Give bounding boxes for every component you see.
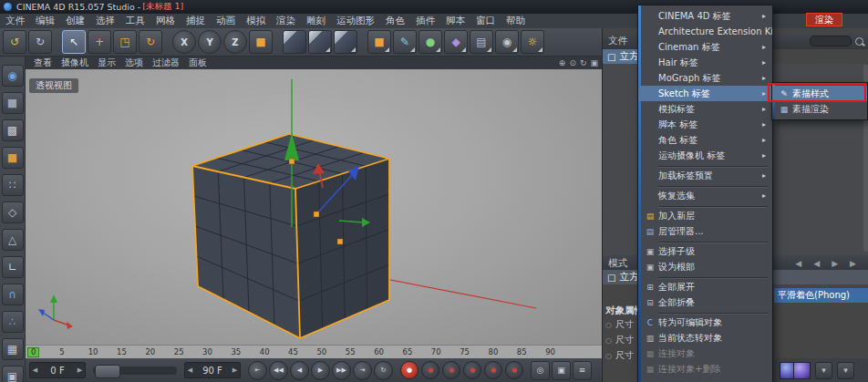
record-parameter-button[interactable]: ● [484, 361, 502, 379]
pan-view-icon[interactable]: ⊕ [559, 58, 566, 67]
menubar-item[interactable]: 模拟 [241, 14, 271, 28]
menu-item-unfold-all[interactable]: ⊞ 全部展开 [638, 279, 772, 294]
polygon-mode-icon[interactable]: △ [2, 229, 24, 251]
viewport-menu-item[interactable]: 显示 [93, 57, 120, 69]
rotate-view-icon[interactable]: ↻ [580, 58, 587, 67]
spline-pen-icon[interactable]: ✎ [393, 30, 417, 54]
next-frame-button[interactable]: ▶▶ [332, 361, 351, 380]
menu-item-motion-camera-tags[interactable]: 运动摄像机 标签 [638, 148, 772, 163]
menu-item-set-as-root[interactable]: ▣ 设为根部 [638, 259, 772, 274]
generators-icon[interactable]: ● [418, 30, 442, 54]
menu-item-connect-objects-delete[interactable]: ▦ 连接对象+删除 [638, 361, 772, 377]
primitive-cube-icon[interactable]: ■ [367, 30, 391, 54]
previous-frame-button[interactable]: ◀ [290, 361, 309, 380]
render-settings-icon[interactable] [334, 30, 357, 54]
menubar-item[interactable]: 工具 [120, 14, 150, 28]
menubar-item[interactable]: 创建 [60, 14, 90, 28]
menu-item-restore-selection[interactable]: 恢复选集 [638, 188, 772, 203]
point-mode-icon[interactable]: ∷ [2, 174, 24, 196]
keyframe-selection-button[interactable]: ▣ [552, 361, 571, 380]
options-button[interactable]: ≡ [573, 361, 592, 380]
go-to-start-button[interactable]: ⇤ [248, 361, 267, 380]
history-forward-icon[interactable]: ▶ [832, 259, 838, 268]
menu-item-script-tags[interactable]: 脚本 标签 [638, 117, 772, 132]
scale-tool-icon[interactable]: ◳ [113, 30, 137, 54]
record-keyframe-button[interactable]: ● [400, 361, 418, 379]
submenu-item-sketch-render[interactable]: ▦ 素描渲染 [772, 101, 867, 117]
snap-magnet-icon[interactable]: ∩ [2, 284, 24, 305]
menu-item-hair-tags[interactable]: Hair 标签 [638, 55, 772, 70]
previous-key-button[interactable]: ◀◀ [269, 361, 288, 380]
model-mode-icon[interactable]: ■ [2, 92, 24, 114]
history-back2-icon[interactable]: ◀ [813, 259, 820, 268]
menu-item-architecture-tags[interactable]: Architecture Extension Kit 标签 [638, 24, 772, 39]
object-search[interactable] [810, 36, 863, 46]
menubar-item[interactable]: 网格 [150, 14, 181, 28]
lock-workplane-icon[interactable]: ▣ [2, 366, 24, 382]
edge-mode-icon[interactable]: ◇ [2, 201, 24, 223]
history-forward2-icon[interactable]: ▶ [850, 259, 856, 268]
quantize-icon[interactable]: ∴ [2, 311, 24, 333]
attribute-manager-menu[interactable]: 模式 [608, 257, 627, 270]
keyframe-dot-icon[interactable] [605, 335, 612, 345]
grid-snap-icon[interactable]: ▦ [2, 338, 24, 360]
menu-item-cinema4d-tags[interactable]: CINEMA 4D 标签 [638, 8, 772, 24]
rotate-tool-icon[interactable]: ↻ [139, 30, 162, 54]
menubar-item[interactable]: 窗口 [470, 14, 501, 28]
undo-icon[interactable]: ↺ [3, 30, 26, 54]
timeline-ruler[interactable]: 051015202530354045505560657075808590 [26, 345, 602, 358]
move-tool-icon[interactable]: + [88, 30, 111, 54]
x-axis-lock-icon[interactable]: X [172, 30, 196, 54]
menu-item-make-editable[interactable]: C 转为可编辑对象 [638, 315, 772, 330]
go-to-end-button[interactable]: ⇥ [353, 361, 372, 380]
menubar-item[interactable]: 编辑 [30, 14, 60, 28]
light-icon[interactable]: ☼ [521, 30, 544, 54]
menu-item-sketch-tags[interactable]: Sketch 标签 [638, 86, 772, 101]
menubar-item[interactable]: 选择 [90, 14, 120, 28]
menubar-item[interactable]: 渲染 [271, 14, 301, 28]
timeline-zoom-handle[interactable] [95, 365, 120, 378]
make-editable-icon[interactable]: ◉ [2, 65, 24, 87]
viewport-menu-item[interactable]: 摄像机 [57, 57, 93, 69]
record-position-button[interactable]: ● [421, 361, 439, 379]
viewport-menu-item[interactable]: 过滤器 [148, 57, 184, 69]
environment-icon[interactable]: ▤ [470, 30, 493, 54]
corner-button[interactable]: ▾ [837, 362, 854, 379]
z-axis-lock-icon[interactable]: Z [223, 30, 247, 54]
record-scale-button[interactable]: ● [442, 361, 460, 379]
timeline-zoom-slider[interactable] [93, 367, 177, 375]
play-button[interactable]: ▶ [311, 361, 330, 380]
menubar-item[interactable]: 脚本 [440, 14, 470, 28]
zoom-view-icon[interactable]: ⊙ [569, 58, 576, 67]
camera-icon[interactable]: ◉ [495, 30, 519, 54]
phong-shading-row[interactable]: 平滑着色(Phong) [774, 288, 868, 303]
deformers-icon[interactable]: ◆ [444, 30, 468, 54]
toolbar-separator[interactable] [274, 31, 281, 53]
menubar-item[interactable]: 插件 [410, 14, 440, 28]
menu-item-character-tags[interactable]: 角色 标签 [638, 132, 772, 148]
record-pla-button[interactable]: ● [505, 361, 523, 379]
menu-item-simulation-tags[interactable]: 模拟标签 [638, 101, 772, 117]
texture-mode-icon[interactable]: ▩ [2, 119, 24, 141]
material-swatch[interactable] [793, 362, 811, 379]
menu-item-connect-objects[interactable]: ▦ 连接对象 [638, 346, 772, 361]
coordinate-system-icon[interactable]: ■ [249, 30, 273, 54]
menubar-item[interactable]: 文件 [0, 14, 30, 28]
search-icon[interactable] [855, 37, 863, 46]
corner-button[interactable]: ▾ [815, 362, 832, 379]
menu-item-add-to-new-layer[interactable]: ▤ 加入新层 [638, 208, 772, 223]
history-back-icon[interactable]: ◀ [795, 259, 801, 268]
render-label[interactable]: 渲染 [806, 13, 842, 26]
end-frame-spinner[interactable]: 90 F [184, 362, 241, 378]
frame-decrement-icon[interactable] [30, 363, 40, 377]
menubar-item[interactable]: 动画 [211, 14, 241, 28]
menu-item-select-children[interactable]: ▣ 选择子级 [638, 243, 772, 259]
toolbar-separator[interactable] [54, 31, 60, 53]
end-frame-value[interactable]: 90 F [195, 366, 230, 376]
toolbar-separator[interactable] [164, 31, 170, 53]
menu-item-cineman-tags[interactable]: Cineman 标签 [638, 39, 772, 55]
current-frame-value[interactable]: 0 F [40, 366, 75, 376]
menubar-item[interactable]: 捕捉 [181, 14, 211, 28]
record-rotation-button[interactable]: ● [463, 361, 481, 379]
y-axis-lock-icon[interactable]: Y [198, 30, 222, 54]
